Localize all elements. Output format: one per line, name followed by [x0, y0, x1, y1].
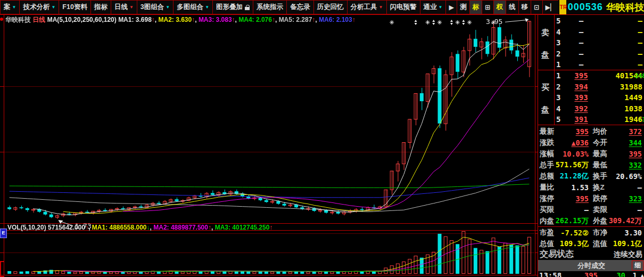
price: —	[565, 50, 598, 58]
buy-row-3[interactable]: 33931449	[555, 92, 644, 103]
field-label: 流值	[591, 239, 607, 249]
toolbar-item-system-signal[interactable]: 系统指示	[253, 0, 286, 14]
toolbar-item-rights[interactable]: 权	[493, 0, 506, 14]
quote-field-涨停: 涨停395	[538, 194, 591, 203]
buy-row-4[interactable]: 43921038	[555, 103, 644, 115]
sell-row-4[interactable]: 4——	[555, 27, 644, 38]
price: 394	[565, 83, 598, 91]
level: 3	[555, 93, 565, 102]
field-label: 量比	[538, 183, 554, 192]
tick-trade-tab-bar[interactable]: 分时成交 细	[538, 260, 644, 271]
buy-row-1[interactable]: 1395401544-248	[555, 70, 644, 82]
tab-tick-trade[interactable]: 分时成交	[577, 261, 605, 271]
toolbar-item-tech-analysis[interactable]: 技术分析▼	[19, 0, 59, 14]
toolbar-item-measure[interactable]: 测	[457, 0, 469, 14]
toolbar-item-indicator[interactable]: 指标	[90, 0, 111, 14]
dropdown-arrow-icon: ▼	[166, 5, 170, 10]
level: 4	[555, 104, 565, 113]
lock-icon	[245, 5, 250, 10]
volume: 1449	[598, 93, 644, 102]
field-value: 332	[607, 161, 644, 169]
toolbar-item-grid[interactable]: ⊞	[482, 0, 493, 14]
field-value: 372	[607, 127, 644, 136]
field-value: 571.56万	[554, 160, 591, 170]
field-value: -7.52②	[554, 229, 591, 237]
quote-field-最低: 最低332	[591, 160, 644, 170]
toolbar-item-play[interactable]: ▶	[445, 0, 457, 14]
toolbar-item-analysis-tools[interactable]: 分析工具▼	[347, 0, 386, 14]
level: 2	[555, 83, 565, 91]
field-value: 395	[607, 150, 644, 158]
field-value: 395	[554, 127, 591, 136]
vol-ma3-arrow-icon: ↑	[269, 224, 273, 231]
toolbar-item-memo[interactable]: 备忘录	[286, 0, 313, 14]
vol-ma1-value: 4886558.000	[109, 224, 146, 231]
volume: —	[598, 38, 644, 47]
quote-field-换手: 换手20.69%	[591, 172, 644, 181]
up-triangle-icon[interactable]: ▲	[640, 272, 644, 277]
toolbar-item-next-page[interactable]: ▶▏	[542, 0, 558, 14]
dropdown-arrow-icon: ▼	[51, 5, 55, 10]
sep: ,	[275, 16, 279, 23]
trading-app-window: 案▼技术分析▼F10资料指标日线▼3图组合▼多图组合▼图形叠加系统指示备忘录历史…	[0, 0, 644, 277]
vol-ma3-label: MA3:	[215, 224, 233, 231]
ma1-label: MA1:	[118, 16, 136, 23]
chart-period-label[interactable]: 日线	[32, 16, 45, 23]
sep: ,	[211, 224, 215, 231]
quote-field-市盈: 市盈-7.52②	[538, 228, 591, 238]
tr-badge[interactable]: TR	[559, 0, 566, 14]
price: —	[565, 28, 598, 36]
vol-ma3-value: 4012745.250	[232, 224, 269, 231]
buy-row-2[interactable]: 239431988	[555, 82, 644, 93]
chart-indicator-header: 华映科技 日线 MA(5,10,20,250,60,120) MA1: 3.69…	[5, 15, 356, 23]
sell-row-2[interactable]: 2——	[555, 48, 644, 60]
tick-price: 395	[567, 271, 598, 277]
trade-status-value: 连续交易	[614, 250, 644, 259]
sell-row-3[interactable]: 3——	[555, 37, 644, 48]
toolbar-item-combo-multi[interactable]: 多图组合▼	[173, 0, 212, 14]
daily-kline-chart[interactable]	[0, 15, 538, 277]
toolbar-item-period-daily[interactable]: 日线▼	[111, 0, 137, 14]
quote-panel: 卖 盘 买 盘 5——4——3——2——1—— 1395401544-24823…	[538, 15, 644, 277]
dropdown-arrow-icon: ▼	[129, 5, 134, 10]
toolbar-item-scheme[interactable]: 案▼	[0, 0, 19, 14]
order-book: 卖 盘 买 盘 5——4——3——2——1—— 1395401544-24823…	[538, 15, 644, 125]
sell-row-5[interactable]: 5——	[555, 15, 644, 27]
left-edge-badge[interactable]: E	[0, 229, 7, 238]
toolbar-item-flash-alert[interactable]: 闪电预警	[386, 0, 420, 14]
ma4-value: 2.076	[256, 16, 272, 23]
toolbar-item-line[interactable]: 线	[506, 0, 518, 14]
toolbar-item-tongye[interactable]: 通业▼	[420, 0, 446, 14]
vol-ma2-value: 4889877.500	[171, 224, 208, 231]
toolbar-item-graph-overlay[interactable]: 图形叠加	[212, 0, 253, 14]
tick-trade-row[interactable]: 13:58 395 30 1 ▲	[538, 271, 644, 277]
quote-field-市净: 市净3.30	[591, 228, 644, 238]
field-label: 涨停	[538, 194, 554, 203]
stock-name: 华映科技	[606, 1, 644, 14]
level: 1	[555, 60, 565, 69]
price: 392	[565, 104, 598, 113]
detail-button[interactable]: 细	[632, 260, 643, 271]
volume: —	[598, 50, 644, 58]
toolbar-item-f10-info[interactable]: F10资料	[59, 0, 90, 14]
volume: —	[598, 28, 644, 36]
quote-field-总额: 总额21.28亿	[538, 172, 591, 181]
toolbar-item-history-recall[interactable]: 历史回忆	[313, 0, 347, 14]
toolbar-item-combo-3chart[interactable]: 3图组合▼	[137, 0, 173, 14]
field-label: 最新	[538, 127, 554, 136]
field-label: 总额	[538, 172, 554, 181]
quote-row-1: 涨跌▲036今开344	[538, 137, 644, 148]
field-value: 262.15万	[554, 216, 591, 226]
quote-row-4: 总额21.28亿换手20.69%	[538, 170, 644, 182]
quote-field-卖限: 卖限—	[591, 205, 644, 215]
sell-row-1[interactable]: 1——	[555, 59, 644, 70]
quote-row-9: 市盈-7.52②市净3.30	[538, 226, 644, 238]
field-value: —	[607, 206, 644, 214]
level: 1	[555, 71, 565, 80]
buy-row-5[interactable]: 53911946-3	[555, 114, 644, 125]
toolbar-item-mark[interactable]: 标	[469, 0, 482, 14]
field-label: 市净	[591, 228, 607, 238]
toolbar-item-move[interactable]: 移	[518, 0, 531, 14]
field-label: 涨跌	[538, 138, 554, 148]
toolbar-item-window[interactable]: ⊡	[531, 0, 542, 14]
